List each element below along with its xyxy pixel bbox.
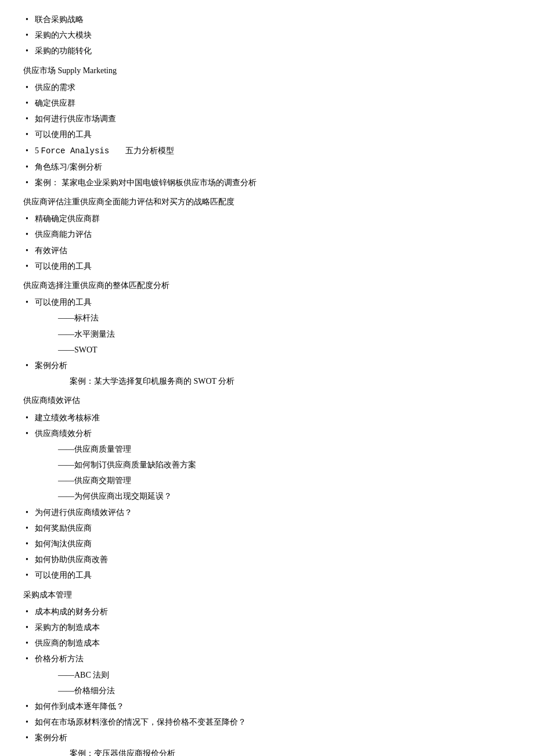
content-line-44: • 案例分析	[23, 730, 511, 746]
content-line-9: • 角色练习/案例分析	[23, 159, 511, 175]
content-area: • 联合采购战略• 采购的六大模块• 采购的功能转化供应市场 Supply Ma…	[23, 12, 511, 756]
content-line-24: • 建立绩效考核标准	[23, 410, 511, 426]
content-line-31: • 如何奖励供应商	[23, 520, 511, 536]
content-line-23: 供应商绩效评估	[23, 393, 511, 408]
content-line-5: • 确定供应群	[23, 95, 511, 111]
content-line-34: • 可以使用的工具	[23, 567, 511, 583]
content-line-4: • 供应的需求	[23, 80, 511, 95]
content-line-32: • 如何淘汰供应商	[23, 536, 511, 552]
content-line-7: • 可以使用的工具	[23, 127, 511, 142]
content-line-35: 采购成本管理	[23, 587, 511, 603]
content-line-25: • 供应商绩效分析	[23, 426, 511, 441]
content-line-10: • 案例： 某家电企业采购对中国电镀锌钢板供应市场的调查分析	[23, 175, 511, 190]
content-line-0: • 联合采购战略	[23, 12, 511, 27]
content-line-1: • 采购的六大模块	[23, 27, 511, 43]
content-line-33: • 如何协助供应商改善	[23, 552, 511, 567]
content-line-19: ——水平测量法	[23, 326, 511, 342]
content-line-41: ——价格细分法	[23, 683, 511, 699]
content-line-8: • 5 Force Analysis 五力分析模型	[23, 143, 511, 159]
content-line-15: • 可以使用的工具	[23, 258, 511, 274]
content-line-37: • 采购方的制造成本	[23, 620, 511, 635]
content-line-6: • 如何进行供应市场调查	[23, 111, 511, 127]
content-line-17: • 可以使用的工具	[23, 294, 511, 310]
content-line-14: • 有效评估	[23, 243, 511, 258]
content-line-45: 案例：变压器供应商报价分析	[23, 746, 511, 756]
content-line-18: ——标杆法	[23, 310, 511, 326]
content-line-16: 供应商选择注重供应商的整体匹配度分析	[23, 278, 511, 293]
content-line-11: 供应商评估注重供应商全面能力评估和对买方的战略匹配度	[23, 194, 511, 210]
content-line-29: ——为何供应商出现交期延误？	[23, 488, 511, 504]
content-line-3: 供应市场 Supply Marketing	[23, 63, 511, 78]
content-line-27: ——如何制订供应商质量缺陷改善方案	[23, 457, 511, 473]
content-line-38: • 供应商的制造成本	[23, 635, 511, 651]
content-line-36: • 成本构成的财务分析	[23, 604, 511, 620]
content-line-12: • 精确确定供应商群	[23, 211, 511, 226]
content-line-21: • 案例分析	[23, 358, 511, 373]
content-line-20: ——SWOT	[23, 342, 511, 358]
content-line-22: 案例：某大学选择复印机服务商的 SWOT 分析	[23, 373, 511, 389]
content-line-28: ——供应商交期管理	[23, 473, 511, 488]
content-line-42: • 如何作到成本逐年降低？	[23, 699, 511, 714]
content-line-40: ——ABC 法则	[23, 667, 511, 683]
content-line-13: • 供应商能力评估	[23, 226, 511, 242]
content-line-43: • 如何在市场原材料涨价的情况下，保持价格不变甚至降价？	[23, 714, 511, 730]
content-line-39: • 价格分析方法	[23, 651, 511, 667]
content-line-2: • 采购的功能转化	[23, 43, 511, 59]
content-line-30: • 为何进行供应商绩效评估？	[23, 505, 511, 520]
content-line-26: ——供应商质量管理	[23, 441, 511, 457]
